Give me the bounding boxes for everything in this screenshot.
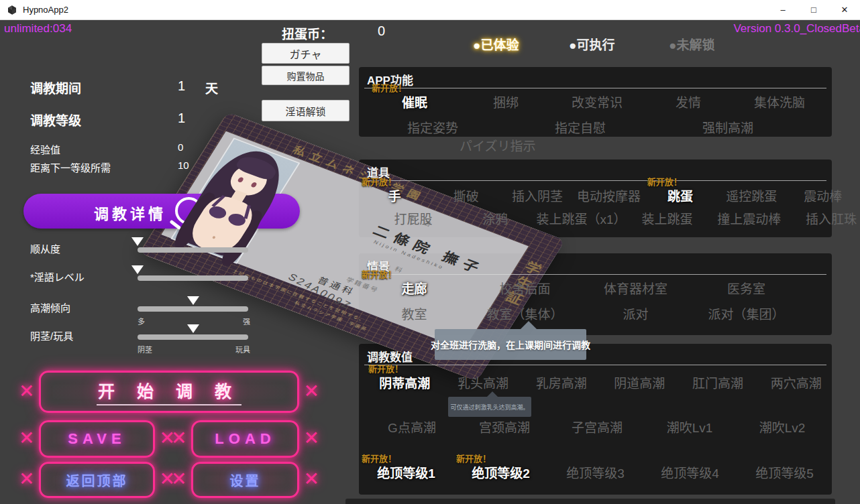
item-app: 强制高潮 — [654, 118, 802, 136]
new-unlock-tag: 新开放！ — [362, 452, 396, 464]
slider-thumb[interactable] — [187, 324, 199, 339]
item-app[interactable]: 催眠新开放！ — [369, 92, 460, 111]
item-props: 撞上震动棒 — [708, 209, 790, 227]
back-to-top-button[interactable]: 返回顶部 — [39, 462, 155, 498]
save-button[interactable]: SAVE — [39, 420, 155, 458]
version-label: Version 0.3.0_ClosedBeta — [733, 22, 860, 36]
item-values[interactable]: 绝顶等级2新开放！ — [453, 463, 548, 481]
slider-max-label: 玩具 — [235, 344, 250, 355]
item-values: 潮吹Lv2 — [736, 418, 828, 436]
item-values: 肛门高潮 — [679, 373, 757, 391]
slider-row: *淫語レベル — [30, 268, 253, 295]
gacha-coin-value: 0 — [378, 23, 385, 39]
unlock-dirty-talk-button[interactable]: 淫语解锁 — [262, 100, 350, 121]
slider-row: 阴茎/玩具阴茎玩具 — [30, 327, 253, 354]
item-values: 子宫高潮 — [551, 418, 643, 436]
item-scenes[interactable]: 走廊新开放！ — [359, 279, 470, 297]
app-icon — [7, 5, 17, 15]
exp-label: 经验值 — [30, 142, 60, 156]
item-props: 打屁股 — [372, 209, 454, 227]
slider-label: 顺从度 — [30, 241, 60, 255]
item-values: 宫颈高潮 — [458, 418, 551, 436]
exp-to-next-value: 10 — [178, 160, 189, 171]
item-scenes: 教室（集体） — [470, 304, 580, 322]
section-divider — [364, 180, 826, 181]
training-period-value: 1 — [178, 78, 185, 94]
section-divider — [364, 88, 826, 88]
close-button[interactable]: ✕ — [829, 0, 860, 19]
slider-thumb[interactable] — [131, 237, 144, 252]
item-scenes: 教室 — [359, 304, 470, 322]
load-label: LOAD — [215, 430, 275, 448]
start-training-button[interactable]: 开 始 调 教 — [39, 371, 299, 413]
load-button[interactable]: LOAD — [191, 420, 299, 458]
slider-track[interactable] — [138, 275, 248, 281]
slider-row: 顺从度 — [30, 240, 253, 267]
item-values: 阴道高潮 — [600, 373, 679, 391]
window-titlebar: HypnoApp2 – □ ✕ — [0, 0, 860, 20]
item-props: 电动按摩器 — [573, 186, 644, 204]
item-props: 插入阴茎 — [502, 186, 573, 204]
item-values: 绝顶等级3 — [548, 463, 643, 481]
slider-label: 阴茎/玩具 — [30, 328, 73, 342]
section-row: 阴蒂高潮新开放！乳头高潮乳房高潮阴道高潮肛门高潮两穴高潮 — [366, 373, 835, 391]
training-detail-button[interactable]: 调教详情 — [23, 194, 300, 229]
minimize-button[interactable]: – — [767, 0, 798, 19]
slider-label: 高潮倾向 — [30, 300, 70, 314]
item-props: 装上跳蛋 — [626, 209, 708, 227]
gacha-button[interactable]: ガチャ — [262, 43, 350, 64]
item-scenes: 派对 — [580, 304, 691, 322]
slider-track[interactable] — [138, 306, 248, 312]
buy-items-button[interactable]: 购置物品 — [262, 66, 350, 85]
item-values: 潮吹Lv1 — [643, 418, 736, 436]
slider-group: 顺从度*淫語レベル高潮倾向多强阴茎/玩具阴茎玩具 — [30, 240, 253, 361]
legend-experienced: ●已体验 — [473, 35, 519, 53]
section-values: 调教数值阴蒂高潮新开放！乳头高潮乳房高潮阴道高潮肛门高潮两穴高潮G点高潮宫颈高潮… — [359, 344, 832, 495]
new-unlock-tag: 新开放！ — [362, 267, 396, 280]
item-props[interactable]: 跳蛋新开放！ — [645, 186, 716, 204]
section-props: 道具手新开放！撕破插入阴茎电动按摩器跳蛋新开放！遥控跳蛋震动棒打屁股涂鸦装上跳蛋… — [359, 160, 832, 237]
settings-button[interactable]: 设置 — [191, 462, 299, 498]
section-row: 打屁股涂鸦装上跳蛋（x1）装上跳蛋撞上震动棒插入肛珠 — [372, 209, 860, 227]
item-values[interactable]: 阴蒂高潮新开放！ — [366, 373, 444, 391]
section-divider — [364, 274, 826, 275]
item-values[interactable]: 绝顶等级1新开放！ — [359, 463, 453, 481]
maximize-button[interactable]: □ — [798, 0, 829, 19]
legend-locked: ●未解锁 — [669, 35, 714, 53]
slider-track[interactable] — [138, 334, 248, 340]
slider-max-label: 强 — [243, 316, 250, 326]
slider-thumb[interactable] — [131, 265, 144, 280]
section-row: 催眠新开放！捆绑改变常识发情集体洗脑 — [369, 92, 825, 111]
new-unlock-tag: 新开放！ — [368, 362, 403, 375]
item-scenes: 体育器材室 — [580, 279, 691, 297]
item-values: 绝顶等级4 — [643, 463, 737, 481]
window-title: HypnoApp2 — [23, 5, 68, 15]
item-props[interactable]: 手新开放！ — [359, 186, 430, 204]
item-values: G点高潮 — [366, 418, 458, 436]
training-detail-label: 调教详情 — [94, 202, 166, 223]
section-row: 手新开放！撕破插入阴茎电动按摩器跳蛋新开放！遥控跳蛋震动棒 — [359, 186, 859, 204]
slider-thumb[interactable] — [187, 296, 199, 311]
item-values: 两穴高潮 — [757, 373, 835, 391]
item-scenes: 派对（集团） — [691, 304, 802, 322]
item-props: 插入肛珠 — [790, 209, 860, 227]
item-props: 装上跳蛋（x1） — [536, 209, 626, 227]
unlimited-counter: unlimited:034 — [4, 22, 72, 36]
training-level-value: 1 — [178, 111, 185, 126]
save-label: SAVE — [68, 430, 125, 448]
slider-min-label: 阴茎 — [138, 344, 152, 355]
next-section-clipped — [345, 499, 835, 504]
start-training-label: 开 始 调 教 — [97, 378, 241, 405]
training-period-unit: 天 — [205, 78, 218, 97]
section-row: 绝顶等级1新开放！绝顶等级2新开放！绝顶等级3绝顶等级4绝顶等级5 — [359, 463, 832, 481]
training-level-label: 调教等级 — [30, 111, 81, 129]
item-app: 指定自慰 — [506, 118, 654, 136]
new-unlock-tag: 新开放！ — [456, 452, 491, 464]
window-controls: – □ ✕ — [767, 0, 860, 19]
new-unlock-tag: 新开放！ — [362, 175, 396, 188]
item-app: 捆绑 — [460, 92, 551, 111]
section-row: 指定姿势指定自慰强制高潮 — [359, 118, 802, 136]
section-row: 教室教室（集体）派对派对（集团） — [359, 304, 802, 322]
nipple-orgasm-tooltip: 可仅通过刺激乳头达到高潮。 — [448, 397, 531, 417]
slider-track[interactable] — [138, 247, 248, 253]
